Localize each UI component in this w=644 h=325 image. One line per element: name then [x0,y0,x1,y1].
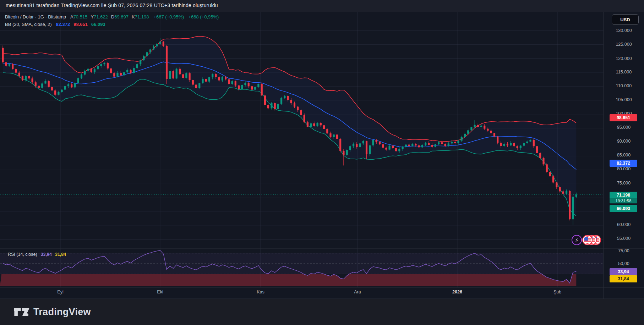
time-label: Eki [157,290,163,294]
price-tick: 90.000 [604,139,644,144]
price-tick: 55.000 [604,236,644,241]
change-percent: +668 (+0,95%) [188,14,219,20]
time-label: Kas [257,290,264,294]
price-tick: 95.000 [604,125,644,130]
rsi-title[interactable]: RSI (14, close) [8,252,37,257]
price-tick: 75.000 [604,181,644,186]
symbol-title[interactable]: Bitcoin / Dolar · 1G · Bitstamp [5,14,66,20]
bb-legend[interactable]: BB (20, SMA, close, 2) 82.372 98.651 66.… [5,21,109,27]
close-value: K71.198 [132,14,149,20]
tradingview-wordmark: TradingView [33,307,91,318]
open-value: A70.515 [70,14,87,20]
price-tick: 130.000 [604,28,644,33]
change-absolute: +667 (+0,95%) [153,14,184,20]
high-value: Y71.622 [91,14,108,20]
bb-basis-axis-flag: 82.372 [610,160,637,167]
bb-lower-value: 66.093 [91,22,105,27]
rsi-tick: 50,00 [604,261,644,266]
last-price-axis-flag: 71.198 19:31:58 [610,192,637,204]
rsi-value: 33,94 [41,252,52,257]
rsi-ma-value: 31,84 [55,252,66,257]
time-label: Eyl [57,290,63,294]
price-tick: 115.000 [604,70,644,75]
price-tick: 120.000 [604,56,644,61]
bb-upper-axis-flag: 98.651 [610,114,637,121]
price-tick: 85.000 [604,153,644,158]
tradingview-logo-icon [13,307,30,318]
bb-lower-axis-flag: 66.093 [610,205,637,212]
tradingview-link[interactable]: TradingView [13,307,91,318]
price-tick: 110.000 [604,83,644,88]
rsi-axis-flag: 33,94 [610,268,637,275]
us-flag-event-icon-1[interactable] [582,235,593,245]
last-price-value: 71.198 [610,192,637,198]
low-value: D69.697 [111,14,129,20]
rsi-tick: 75,00 [604,248,644,253]
rsi-ma-axis-flag: 31,84 [610,275,637,282]
currency-usd-button[interactable]: USD [612,14,639,25]
lightning-event-icon[interactable]: ⚡ [572,235,582,245]
bar-countdown: 19:31:58 [610,198,637,204]
rsi-legend[interactable]: RSI (14, close) 33,94 31,84 [8,252,66,257]
time-label: Ara [354,290,361,294]
footer-bar: TradingView [0,299,644,325]
symbol-legend[interactable]: Bitcoin / Dolar · 1G · Bitstamp A70.515 … [5,14,222,20]
bb-title[interactable]: BB (20, SMA, close, 2) [5,22,52,27]
time-label: Şub [553,290,561,294]
time-label: 2026 [452,290,462,294]
bb-basis-value: 82.372 [56,22,70,27]
bb-upper-value: 98.651 [73,22,88,27]
price-chart-canvas[interactable] [0,0,644,325]
price-tick: 60.000 [604,222,644,227]
price-tick: 125.000 [604,42,644,47]
price-tick: 80.000 [604,166,644,171]
price-tick: 105.000 [604,97,644,102]
tradingview-snapshot: mesutinan81 tarafından TradingView.com i… [0,0,644,325]
